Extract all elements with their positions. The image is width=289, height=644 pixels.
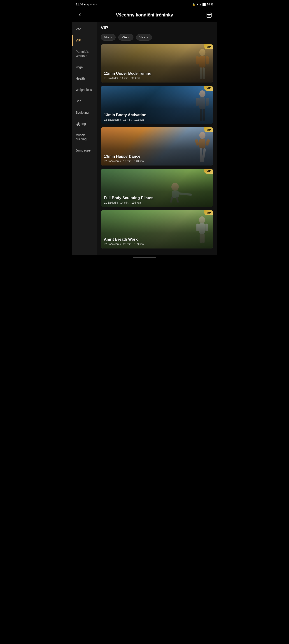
workout-card-w2[interactable]: VIP 13min Booty Activation L2 Začátečník…: [101, 86, 213, 124]
bluetooth-icon: ✶: [196, 3, 198, 6]
sidebar-item-weightloss[interactable]: Weight loss: [72, 84, 97, 96]
status-left: 11:44 ► ◇ ✉ ✉ •: [76, 3, 97, 6]
sidebar-item-qigong[interactable]: Qigong: [72, 118, 97, 130]
sidebar-item-sculpting[interactable]: Sculpting: [72, 107, 97, 118]
vip-badge: VIP: [204, 169, 213, 174]
card-title-w5: Amrit Breath Work: [104, 237, 210, 242]
status-bar: 11:44 ► ◇ ✉ ✉ • 🔒 ✶ ▲ ▋▋ 70 %: [72, 0, 217, 9]
card-calories-w3: 140 kcal: [134, 160, 145, 163]
mail-icon: ✉: [90, 3, 92, 6]
sidebar-item-beh[interactable]: Běh: [72, 96, 97, 107]
mail-icon2: ✉: [93, 3, 95, 6]
location-icon: ◇: [87, 3, 89, 6]
card-duration-w4: 14 min.: [120, 201, 129, 204]
chevron-down-icon: ▼: [128, 36, 130, 38]
section-title: VIP: [101, 25, 213, 30]
card-content-w4: Full Body Sculpting Pilates L1 Základní …: [101, 193, 213, 207]
home-indicator: [133, 257, 156, 258]
card-meta-w2: L2 Začátečník 12 min. 122 kcal: [104, 118, 210, 121]
vip-badge: VIP: [204, 86, 213, 91]
card-duration-w5: 20 min.: [123, 243, 132, 246]
time-display: 11:44: [76, 3, 83, 6]
card-level-w4: L1 Základní: [104, 201, 118, 204]
sidebar: Vše VIP Pamela's Workout Yoga Health Wei…: [72, 22, 97, 255]
card-level-w3: L2 Začátečník: [104, 160, 121, 163]
card-title-w3: 13min Happy Dance: [104, 154, 210, 159]
chevron-down-icon: ▼: [146, 36, 149, 38]
content-area: VIP Vše ▼ Vše ▼ Více ▼: [97, 22, 217, 255]
vip-badge: VIP: [204, 210, 213, 215]
card-content-w1: 11min Upper Body Toning L1 Základní 11 m…: [101, 68, 213, 82]
workout-card-w5[interactable]: VIP Amrit Breath Work L2 Začátečník 20 m…: [101, 210, 213, 248]
card-meta-w5: L2 Začátečník 20 min. 159 kcal: [104, 243, 210, 246]
card-content-w3: 13min Happy Dance L2 Začátečník 13 min. …: [101, 152, 213, 166]
workout-card-w3[interactable]: VIP 13min Happy Dance L2 Začátečník 13 m…: [101, 127, 213, 166]
signal-icon: ▋▋: [202, 3, 206, 6]
vip-badge: VIP: [204, 44, 213, 49]
filter-button-3[interactable]: Více ▼: [136, 34, 152, 40]
card-content-w5: Amrit Breath Work L2 Začátečník 20 min. …: [101, 234, 213, 248]
main-layout: Vše VIP Pamela's Workout Yoga Health Wei…: [72, 22, 217, 255]
filter-button-1[interactable]: Vše ▼: [101, 34, 116, 40]
back-button[interactable]: [76, 11, 84, 19]
card-duration-w1: 11 min.: [120, 77, 129, 80]
chevron-down-icon: ▼: [110, 36, 112, 38]
sidebar-item-musclebuilding[interactable]: Muscle building: [72, 130, 97, 145]
filters-row: Vše ▼ Vše ▼ Více ▼: [101, 34, 213, 40]
lock-icon: 🔒: [192, 3, 195, 6]
sidebar-item-yoga[interactable]: Yoga: [72, 62, 97, 73]
card-meta-w4: L1 Základní 14 min. 116 kcal: [104, 201, 210, 204]
workout-card-w4[interactable]: VIP Full Body Sculpting Pilates L1 Zákla…: [101, 169, 213, 207]
card-calories-w5: 159 kcal: [134, 243, 145, 246]
sidebar-item-health[interactable]: Health: [72, 73, 97, 84]
vip-badge: VIP: [204, 127, 213, 132]
header: Všechny kondiční tréninky: [72, 9, 217, 22]
card-calories-w2: 122 kcal: [134, 118, 145, 121]
calendar-button[interactable]: [205, 11, 213, 19]
card-title-w4: Full Body Sculpting Pilates: [104, 196, 210, 200]
card-level-w5: L2 Začátečník: [104, 243, 121, 246]
card-meta-w1: L1 Základní 11 min. 90 kcal: [104, 77, 210, 80]
bottom-bar: [72, 255, 217, 260]
dot-icon: •: [96, 3, 97, 6]
card-meta-w3: L2 Začátečník 13 min. 140 kcal: [104, 160, 210, 163]
sidebar-item-vip[interactable]: VIP: [72, 35, 97, 46]
card-level-w1: L1 Základní: [104, 77, 118, 80]
wifi-icon: ▲: [199, 3, 202, 6]
sidebar-item-jumprope[interactable]: Jump rope: [72, 145, 97, 156]
status-right: 🔒 ✶ ▲ ▋▋ 70 %: [192, 3, 213, 6]
page-title: Všechny kondiční tréninky: [116, 12, 173, 18]
workout-card-w1[interactable]: VIP 11min Upper Body Toning L1 Základní …: [101, 44, 213, 82]
sidebar-item-vse[interactable]: Vše: [72, 24, 97, 35]
sidebar-item-pamelas[interactable]: Pamela's Workout: [72, 46, 97, 61]
card-calories-w4: 116 kcal: [131, 201, 142, 204]
card-level-w2: L2 Začátečník: [104, 118, 121, 121]
nav-arrow-icon: ►: [84, 3, 86, 6]
card-calories-w1: 90 kcal: [131, 77, 140, 80]
card-title-w2: 13min Booty Activation: [104, 113, 210, 117]
card-title-w1: 11min Upper Body Toning: [104, 71, 210, 76]
card-duration-w3: 13 min.: [123, 160, 132, 163]
battery-display: 70 %: [207, 3, 213, 6]
card-duration-w2: 12 min.: [123, 118, 132, 121]
filter-button-2[interactable]: Vše ▼: [118, 34, 133, 40]
card-content-w2: 13min Booty Activation L2 Začátečník 12 …: [101, 110, 213, 124]
